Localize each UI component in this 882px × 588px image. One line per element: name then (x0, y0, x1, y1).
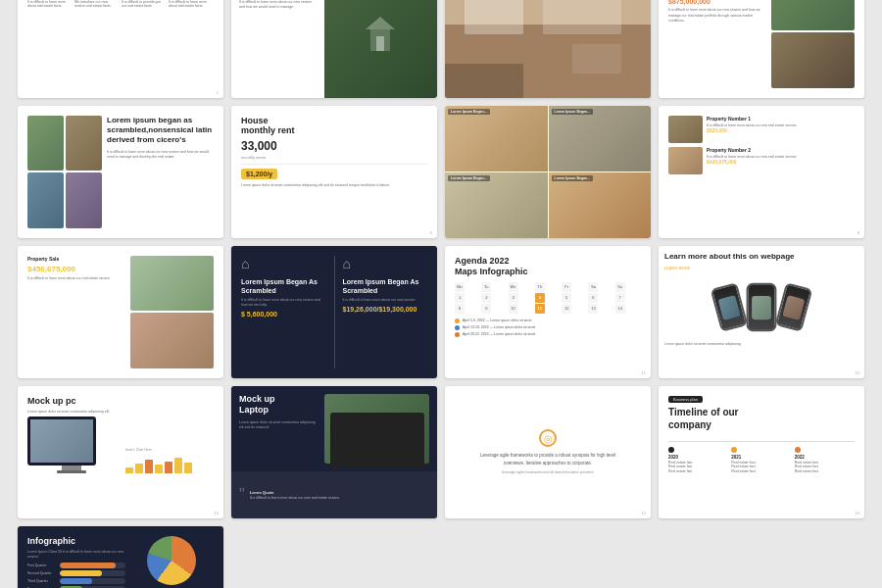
bar-5 (165, 462, 172, 473)
svg-rect-6 (543, 0, 621, 34)
infog-bar-3: Third Quarter (27, 578, 125, 584)
cal-8: 8 (455, 304, 465, 314)
agenda-dot-3 (455, 332, 460, 337)
cal-12: 12 (562, 304, 571, 314)
agenda-text-2: April 13-16, 2022 — Lorem ipsum dolor si… (463, 325, 535, 329)
slide6-price: $1,200/y (241, 169, 277, 179)
cal-11: 11 (535, 304, 545, 314)
slide16-badge: Business plan (668, 396, 703, 403)
slide11-title: Agenda 2022Maps Infographic (455, 256, 641, 278)
slide-9: Property Sale $456,675,000 It is difficu… (18, 246, 223, 378)
room-label-2: Lorem Ipsum Began... (552, 109, 594, 115)
cal-5: 5 (562, 293, 571, 303)
svg-rect-7 (572, 44, 621, 74)
slide-6: Housemonthly rent 33,000 monthly name $1… (231, 106, 437, 238)
timeline-items: 2020 Real estate factReal estate factRea… (668, 447, 855, 475)
slide9-house1 (130, 256, 215, 312)
monitor-wrapper (27, 416, 116, 473)
watch-2 (747, 283, 777, 332)
room-1: Lorem Ipsum Began... (445, 106, 548, 172)
slide5-img1 (27, 116, 64, 172)
bar-2 (135, 464, 143, 473)
slide6-title: Housemonthly rent (241, 116, 427, 135)
prop-title-2: Property Number 2 (707, 147, 797, 153)
slide2-body: It is difficult to learn more about our … (239, 0, 317, 10)
cal-6: 6 (588, 293, 598, 303)
dark-divider (334, 256, 335, 368)
slide4-price: $875,000,000 (668, 0, 766, 5)
bar-label-1: First Quarter (27, 564, 57, 567)
slide12-title: Learn more about this on webpage (664, 252, 858, 262)
dark-sub-1: It is difficult to learn more about our … (241, 298, 326, 309)
slide5-img2 (66, 116, 102, 172)
t-dot-3 (795, 447, 801, 453)
calendar-grid: Mo Tu We Th Fr Sa Su 1 2 3 4 5 6 7 8 9 1… (455, 282, 641, 314)
property-item-1: Property Number 1 It is difficult to lea… (668, 116, 855, 143)
chart-label: Insert, Click Here (125, 448, 214, 452)
agenda-text-1: April 5-6, 2022 — Lorem ipsum dolor sit … (463, 318, 531, 322)
bar-bg-3 (60, 578, 125, 584)
prop-img-1 (668, 116, 703, 143)
slide-2: Multi-familyHouse 024 It is difficult to… (231, 0, 437, 98)
page-num-13: 13 (215, 511, 219, 515)
infog-bar-1: First Quarter (27, 563, 125, 568)
slide4-content: The Most ReasonTo Pick A House $875,000,… (668, 0, 771, 88)
agenda-dot-1 (455, 318, 460, 323)
agile-icon: ◎ (539, 429, 557, 447)
dark-price-1: $ 5,600,000 (241, 311, 326, 318)
timeline-item-1: 2020 Real estate factReal estate factRea… (668, 447, 728, 475)
slide15-body: Leverage agile frameworks to provide a r… (469, 452, 626, 466)
bar-fill-3 (60, 578, 92, 584)
slide-4: The Most ReasonTo Pick A House $875,000,… (659, 0, 864, 98)
col-2: We introduce our new service real estate… (74, 0, 120, 9)
slide4-images (771, 0, 856, 88)
bar-fill-2 (60, 570, 102, 576)
slide-11: Agenda 2022Maps Infographic Mo Tu We Th … (445, 246, 651, 378)
cal-7: 7 (615, 293, 625, 303)
kitchen-svg (445, 0, 651, 98)
cal-1: 1 (455, 293, 465, 303)
prop-info-2: Property Number 2 It is difficult to lea… (707, 147, 797, 166)
page-num-8: 8 (858, 230, 859, 235)
slide5-images (27, 116, 102, 228)
bar-4 (155, 465, 163, 473)
room-label-4: Lorem Ipsum Began... (552, 175, 594, 181)
slide-12: Learn more about this on webpage LEARN M… (659, 246, 864, 378)
slide15-footer: Leverage agile frameworks and all data i… (502, 470, 595, 474)
agenda-item-1: April 5-6, 2022 — Lorem ipsum dolor sit … (455, 318, 641, 323)
slide9-price: $456,675,000 (27, 265, 125, 273)
t-text-2: Real estate factReal estate factReal est… (731, 461, 791, 475)
cal-header-fr: Fr (562, 282, 571, 292)
svg-rect-5 (465, 0, 523, 34)
room-2: Lorem Ipsum Began... (549, 106, 652, 172)
cal-header-we: We (509, 282, 518, 292)
watch-1 (710, 283, 749, 333)
t-year-2: 2021 (731, 455, 791, 460)
cal-header-sa: Sa (588, 282, 598, 292)
slide2-image (324, 0, 438, 98)
col-1: It is difficult to learn more about real… (27, 0, 73, 9)
slide13-title: Mock up pc (27, 396, 214, 406)
slide6-body: Lorem ipsum dolor sit amet consectetur a… (241, 183, 427, 188)
cal-header-th: Th (535, 282, 545, 292)
watch-screen-1 (717, 295, 740, 320)
slide12-label: LEARN MORE (664, 266, 858, 270)
slide4-img1 (771, 0, 856, 30)
slide-7: Lorem Ipsum Began... Lorem Ipsum Began..… (445, 106, 651, 238)
slide-1: Residential Real Estate Identify Content… (18, 0, 223, 98)
monitor-area: Insert, Click Here (27, 416, 214, 473)
t-text-3: Real estate factReal estate factReal est… (795, 461, 855, 475)
dark-item-1: ⌂ Lorem Ipsum Began As Scrambled It is d… (241, 256, 326, 368)
prop-price-2: $420,675,000 (707, 159, 797, 165)
t-year-1: 2020 (668, 455, 728, 460)
slide9-house2 (130, 313, 215, 368)
slide-13: Mock up pc Lorem ipsum dolor sit amet co… (18, 386, 223, 518)
slide5-img3 (27, 172, 64, 228)
bar-3 (145, 460, 153, 473)
page-num-6: 6 (430, 230, 432, 235)
bar-chart (125, 454, 214, 473)
cal-2: 2 (481, 293, 491, 303)
bar-label-2: Second Quarter (27, 571, 57, 575)
dark-price-2: $19,26,000/$19,300,000 (343, 306, 428, 313)
monitor-base (57, 470, 86, 473)
